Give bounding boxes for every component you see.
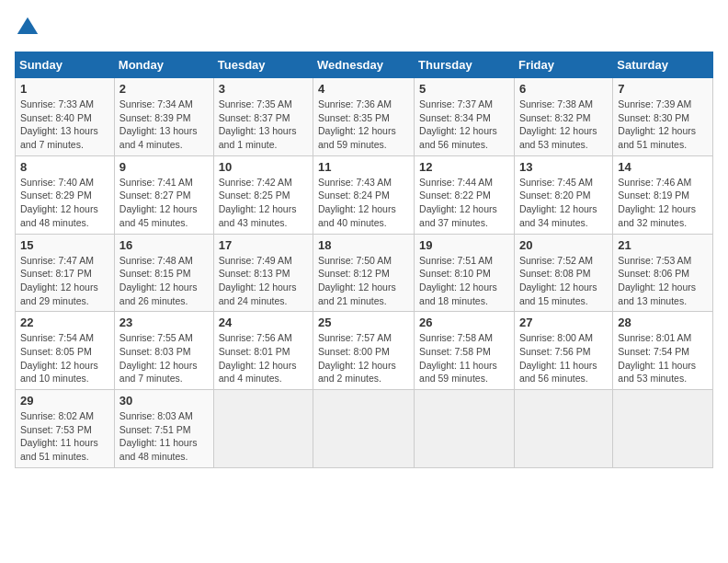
calendar-cell: 29 Sunrise: 8:02 AMSunset: 7:53 PMDaylig…	[16, 390, 115, 468]
calendar-cell	[514, 390, 612, 468]
day-info: Sunrise: 7:55 AMSunset: 8:03 PMDaylight:…	[119, 332, 198, 384]
day-number: 1	[20, 82, 109, 96]
day-number: 15	[20, 238, 109, 252]
day-number: 8	[20, 160, 109, 174]
calendar-cell: 14 Sunrise: 7:46 AMSunset: 8:19 PMDaylig…	[613, 155, 713, 234]
calendar-cell	[613, 390, 713, 468]
calendar-cell: 17 Sunrise: 7:49 AMSunset: 8:13 PMDaylig…	[213, 234, 313, 312]
day-info: Sunrise: 7:39 AMSunset: 8:30 PMDaylight:…	[618, 98, 696, 150]
week-row-2: 8 Sunrise: 7:40 AMSunset: 8:29 PMDayligh…	[16, 155, 713, 234]
day-info: Sunrise: 7:53 AMSunset: 8:06 PMDaylight:…	[618, 255, 696, 306]
day-info: Sunrise: 7:48 AMSunset: 8:15 PMDaylight:…	[119, 255, 198, 306]
week-row-4: 22 Sunrise: 7:54 AMSunset: 8:05 PMDaylig…	[16, 312, 713, 390]
day-info: Sunrise: 7:58 AMSunset: 7:58 PMDaylight:…	[419, 332, 497, 384]
page-header	[15, 15, 713, 40]
calendar-cell: 30 Sunrise: 8:03 AMSunset: 7:51 PMDaylig…	[114, 390, 213, 468]
day-number: 16	[119, 238, 209, 252]
calendar-cell: 15 Sunrise: 7:47 AMSunset: 8:17 PMDaylig…	[16, 234, 115, 312]
day-number: 17	[219, 238, 308, 252]
dow-header-tuesday: Tuesday	[213, 52, 313, 78]
week-row-1: 1 Sunrise: 7:33 AMSunset: 8:40 PMDayligh…	[16, 78, 713, 156]
day-of-week-row: SundayMondayTuesdayWednesdayThursdayFrid…	[16, 52, 713, 78]
day-info: Sunrise: 7:36 AMSunset: 8:35 PMDaylight:…	[318, 98, 396, 150]
day-number: 27	[519, 316, 608, 329]
calendar-cell	[213, 390, 313, 468]
calendar-cell: 24 Sunrise: 7:56 AMSunset: 8:01 PMDaylig…	[213, 312, 313, 390]
svg-rect-1	[22, 29, 32, 34]
calendar-cell: 26 Sunrise: 7:58 AMSunset: 7:58 PMDaylig…	[415, 312, 515, 390]
week-row-3: 15 Sunrise: 7:47 AMSunset: 8:17 PMDaylig…	[16, 234, 713, 312]
calendar-cell	[313, 390, 415, 468]
day-number: 14	[618, 160, 708, 174]
calendar-cell: 25 Sunrise: 7:57 AMSunset: 8:00 PMDaylig…	[313, 312, 415, 390]
day-info: Sunrise: 7:34 AMSunset: 8:39 PMDaylight:…	[119, 98, 198, 150]
day-number: 25	[318, 316, 409, 329]
day-number: 19	[419, 238, 509, 252]
logo-icon	[15, 15, 40, 40]
week-row-5: 29 Sunrise: 8:02 AMSunset: 7:53 PMDaylig…	[16, 390, 713, 468]
day-number: 21	[618, 238, 708, 252]
day-info: Sunrise: 7:49 AMSunset: 8:13 PMDaylight:…	[219, 255, 297, 306]
day-info: Sunrise: 7:51 AMSunset: 8:10 PMDaylight:…	[419, 255, 497, 306]
day-info: Sunrise: 7:33 AMSunset: 8:40 PMDaylight:…	[20, 98, 98, 150]
calendar-cell: 22 Sunrise: 7:54 AMSunset: 8:05 PMDaylig…	[16, 312, 115, 390]
logo	[15, 15, 44, 40]
day-number: 30	[119, 394, 209, 408]
day-info: Sunrise: 7:46 AMSunset: 8:19 PMDaylight:…	[618, 177, 696, 228]
day-number: 4	[318, 82, 409, 96]
dow-header-thursday: Thursday	[415, 52, 515, 78]
day-number: 26	[419, 316, 509, 329]
calendar-cell: 19 Sunrise: 7:51 AMSunset: 8:10 PMDaylig…	[415, 234, 515, 312]
day-info: Sunrise: 7:41 AMSunset: 8:27 PMDaylight:…	[119, 177, 198, 228]
dow-header-saturday: Saturday	[613, 52, 713, 78]
calendar-cell: 1 Sunrise: 7:33 AMSunset: 8:40 PMDayligh…	[16, 78, 115, 156]
day-number: 24	[219, 316, 308, 329]
day-number: 28	[618, 316, 708, 329]
day-number: 5	[419, 82, 509, 96]
calendar-cell: 4 Sunrise: 7:36 AMSunset: 8:35 PMDayligh…	[313, 78, 415, 156]
day-info: Sunrise: 7:37 AMSunset: 8:34 PMDaylight:…	[419, 98, 497, 150]
dow-header-wednesday: Wednesday	[313, 52, 415, 78]
day-info: Sunrise: 7:45 AMSunset: 8:20 PMDaylight:…	[519, 177, 597, 228]
day-number: 2	[119, 82, 209, 96]
calendar-cell: 28 Sunrise: 8:01 AMSunset: 7:54 PMDaylig…	[613, 312, 713, 390]
day-info: Sunrise: 7:50 AMSunset: 8:12 PMDaylight:…	[318, 255, 396, 306]
day-info: Sunrise: 7:56 AMSunset: 8:01 PMDaylight:…	[219, 332, 297, 384]
calendar-cell: 8 Sunrise: 7:40 AMSunset: 8:29 PMDayligh…	[16, 155, 115, 234]
calendar-cell: 21 Sunrise: 7:53 AMSunset: 8:06 PMDaylig…	[613, 234, 713, 312]
day-number: 6	[519, 82, 608, 96]
day-number: 7	[618, 82, 708, 96]
day-number: 20	[519, 238, 608, 252]
day-info: Sunrise: 8:00 AMSunset: 7:56 PMDaylight:…	[519, 332, 597, 384]
day-number: 10	[219, 160, 308, 174]
calendar-cell: 18 Sunrise: 7:50 AMSunset: 8:12 PMDaylig…	[313, 234, 415, 312]
day-number: 23	[119, 316, 209, 329]
day-info: Sunrise: 7:38 AMSunset: 8:32 PMDaylight:…	[519, 98, 597, 150]
day-number: 9	[119, 160, 209, 174]
day-info: Sunrise: 7:44 AMSunset: 8:22 PMDaylight:…	[419, 177, 497, 228]
calendar-cell: 5 Sunrise: 7:37 AMSunset: 8:34 PMDayligh…	[415, 78, 515, 156]
day-info: Sunrise: 7:42 AMSunset: 8:25 PMDaylight:…	[219, 177, 297, 228]
day-number: 3	[219, 82, 308, 96]
calendar-body: 1 Sunrise: 7:33 AMSunset: 8:40 PMDayligh…	[16, 78, 713, 468]
day-info: Sunrise: 8:01 AMSunset: 7:54 PMDaylight:…	[618, 332, 696, 384]
day-number: 12	[419, 160, 509, 174]
day-number: 22	[20, 316, 109, 329]
calendar-cell: 6 Sunrise: 7:38 AMSunset: 8:32 PMDayligh…	[514, 78, 612, 156]
day-info: Sunrise: 7:57 AMSunset: 8:00 PMDaylight:…	[318, 332, 396, 384]
day-info: Sunrise: 8:03 AMSunset: 7:51 PMDaylight:…	[119, 410, 198, 462]
calendar-cell: 10 Sunrise: 7:42 AMSunset: 8:25 PMDaylig…	[213, 155, 313, 234]
calendar-cell: 27 Sunrise: 8:00 AMSunset: 7:56 PMDaylig…	[514, 312, 612, 390]
calendar-cell: 2 Sunrise: 7:34 AMSunset: 8:39 PMDayligh…	[114, 78, 213, 156]
day-info: Sunrise: 8:02 AMSunset: 7:53 PMDaylight:…	[20, 410, 98, 462]
day-info: Sunrise: 7:54 AMSunset: 8:05 PMDaylight:…	[20, 332, 98, 384]
day-info: Sunrise: 7:35 AMSunset: 8:37 PMDaylight:…	[219, 98, 297, 150]
day-number: 29	[20, 394, 109, 408]
day-number: 18	[318, 238, 409, 252]
calendar-cell: 16 Sunrise: 7:48 AMSunset: 8:15 PMDaylig…	[114, 234, 213, 312]
calendar-cell	[415, 390, 515, 468]
day-info: Sunrise: 7:43 AMSunset: 8:24 PMDaylight:…	[318, 177, 396, 228]
calendar-cell: 23 Sunrise: 7:55 AMSunset: 8:03 PMDaylig…	[114, 312, 213, 390]
dow-header-sunday: Sunday	[16, 52, 115, 78]
day-number: 13	[519, 160, 608, 174]
